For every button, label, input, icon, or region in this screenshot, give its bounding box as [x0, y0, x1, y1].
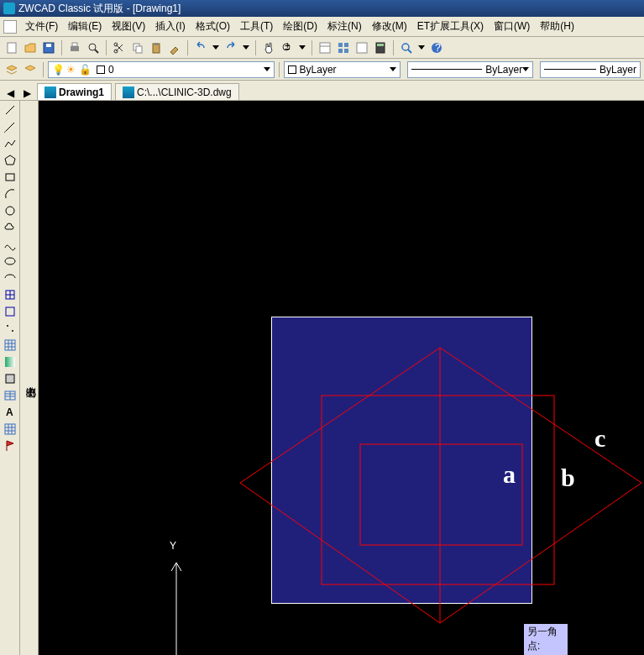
svg-line-25 — [408, 50, 411, 53]
mtext-button[interactable]: A — [3, 405, 18, 420]
menu-format[interactable]: 格式(O) — [191, 19, 235, 34]
linetype-combo[interactable]: ByLayer — [407, 61, 533, 78]
makeblock-button[interactable] — [3, 304, 18, 319]
tab-clinic3d[interactable]: C:\...\CLINIC-3D.dwg — [115, 83, 239, 100]
circle-icon — [3, 204, 17, 217]
undo-dropdown[interactable] — [212, 45, 219, 50]
svg-line-6 — [95, 50, 98, 53]
svg-line-30 — [4, 131, 6, 133]
lineweight-combo[interactable]: ByLayer — [540, 61, 641, 78]
menu-edit[interactable]: 编辑(E) — [63, 19, 107, 34]
svg-point-24 — [402, 44, 409, 50]
arc-icon — [3, 187, 17, 201]
menu-help[interactable]: 帮助(H) — [535, 19, 579, 34]
menu-tools[interactable]: 工具(T) — [235, 19, 278, 34]
redo-icon — [224, 41, 238, 55]
ellipse-button[interactable] — [3, 254, 18, 269]
rectangle-button[interactable] — [3, 170, 18, 185]
preview-button[interactable] — [85, 39, 102, 56]
cut-button[interactable] — [111, 39, 128, 56]
gradient-icon — [3, 355, 17, 369]
bulb-icon: 💡 — [52, 64, 65, 76]
browse-center-bar[interactable]: 浏览中心 — [20, 101, 39, 655]
arc-button[interactable] — [3, 186, 18, 202]
table-button[interactable] — [3, 388, 18, 403]
undo-button[interactable] — [192, 39, 209, 56]
copy-button[interactable] — [129, 39, 146, 56]
open-button[interactable] — [22, 39, 39, 56]
match-button[interactable] — [166, 39, 183, 56]
designcenter-button[interactable] — [335, 39, 352, 56]
tab-next-button[interactable]: ▶ — [20, 86, 34, 100]
point-button[interactable] — [3, 321, 18, 336]
tab-drawing1[interactable]: Drawing1 — [37, 83, 112, 100]
clipboard-icon — [149, 41, 163, 55]
spline-icon — [3, 238, 17, 251]
tab-prev-button[interactable]: ◀ — [3, 86, 17, 100]
line-button[interactable] — [3, 102, 18, 118]
zoom-dropdown[interactable] — [299, 45, 306, 50]
table2-button[interactable] — [3, 422, 18, 437]
region-button[interactable] — [3, 371, 18, 386]
menu-insert[interactable]: 插入(I) — [150, 19, 190, 34]
brush-icon — [168, 41, 181, 55]
lock-icon: 🔓 — [79, 64, 92, 76]
line-sample — [411, 69, 482, 70]
hand-icon — [262, 41, 275, 55]
hatch-button[interactable] — [3, 338, 18, 353]
menu-draw[interactable]: 绘图(D) — [278, 19, 322, 34]
pan-button[interactable] — [260, 39, 277, 56]
calc-button[interactable] — [372, 39, 389, 56]
lineweight-label: ByLayer — [599, 64, 636, 76]
circle-button[interactable] — [3, 203, 18, 218]
chevron-down-icon — [390, 67, 396, 71]
color-combo[interactable]: ByLayer — [284, 61, 401, 78]
svg-line-28 — [6, 106, 14, 114]
layer-combo[interactable]: 💡 ☀ 🔓 0 — [48, 61, 275, 78]
menu-file[interactable]: 文件(F) — [20, 19, 63, 34]
menu-dim[interactable]: 标注(N) — [322, 19, 367, 34]
menu-et[interactable]: ET扩展工具(X) — [412, 19, 489, 34]
polygon-button[interactable] — [3, 153, 18, 168]
pline-button[interactable] — [3, 136, 18, 151]
zoom-window-dropdown[interactable] — [418, 45, 425, 50]
menu-window[interactable]: 窗口(W) — [489, 19, 535, 34]
paste-button[interactable] — [148, 39, 165, 56]
insert-button[interactable] — [3, 287, 18, 302]
new-button[interactable] — [3, 39, 20, 56]
label-b: b — [561, 464, 575, 492]
flag-button[interactable] — [3, 438, 18, 453]
layer-toolbar: 💡 ☀ 🔓 0 ByLayer ByLayer ByLayer — [0, 59, 644, 81]
flag-icon — [3, 439, 17, 453]
spline-button[interactable] — [3, 237, 18, 252]
gradient-button[interactable] — [3, 354, 18, 369]
xline-button[interactable] — [3, 119, 18, 134]
zoom-rt-button[interactable]: ± — [279, 39, 296, 56]
restore-icon[interactable] — [3, 20, 17, 34]
color-label: ByLayer — [300, 64, 337, 76]
save-button[interactable] — [40, 39, 57, 56]
redo-button[interactable] — [223, 39, 239, 56]
label-c: c — [594, 424, 605, 453]
layer-prev-button[interactable] — [22, 61, 39, 78]
menu-modify[interactable]: 修改(M) — [367, 19, 412, 34]
print-button[interactable] — [66, 39, 83, 56]
drawing-canvas[interactable]: a b c Y 另一角点: — [39, 101, 644, 655]
help-icon: ? — [430, 41, 443, 55]
properties-button[interactable] — [317, 39, 333, 56]
help-button[interactable]: ? — [428, 39, 445, 56]
zoom-window-button[interactable] — [398, 39, 415, 56]
svg-rect-18 — [344, 43, 348, 47]
svg-rect-3 — [71, 46, 79, 51]
toolpalette-button[interactable] — [353, 39, 370, 56]
preview-icon — [86, 41, 100, 55]
menu-view[interactable]: 视图(V) — [107, 19, 150, 34]
layer-manager-button[interactable] — [3, 61, 20, 78]
hatch-icon — [3, 338, 17, 352]
svg-text:±: ± — [285, 41, 291, 52]
redo-dropdown[interactable] — [243, 45, 249, 50]
title-bar: ZWCAD Classic 试用版 - [Drawing1] — [0, 0, 644, 17]
revcloud-button[interactable] — [3, 220, 18, 235]
ellipsearc-button[interactable] — [3, 270, 18, 286]
svg-rect-17 — [338, 43, 343, 47]
